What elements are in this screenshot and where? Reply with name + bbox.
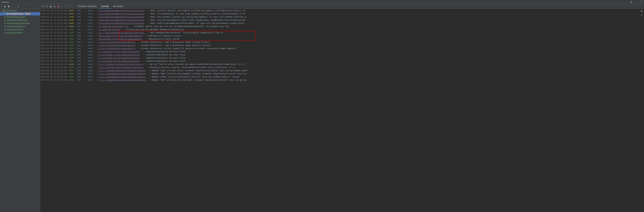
debug-button[interactable]: ◉ [49,5,52,8]
more-options-button[interactable]: ⋯ [70,5,74,8]
clear-icon[interactable]: 🗑 [640,14,643,17]
log-thread-name: main [88,22,96,25]
log-thread-name: main [88,34,96,38]
log-line: 2024-09-25 11:16:05.166INFO259---[main]i… [40,28,644,31]
log-thread: 259 [77,47,82,50]
log-logger: c.c.c.v.BladeRequestMappingHandlerMappin… [98,79,146,82]
pause-button[interactable]: ⏸ [53,5,56,8]
log-thread: 259 [77,9,82,12]
log-logger: c.c.c.v.BladeRequestMappingHandlerMappin… [98,69,146,72]
sidebar-item-gateway-application[interactable]: ▶ GateWayApplication [0,16,40,19]
log-line: 2024-09-25 11:16:04.970WARN259---[main]t… [40,12,644,16]
tab-threads-variables[interactable]: Threads & Variables [76,5,99,9]
app-icon: ▶ [4,26,6,28]
log-timestamp: 2024-09-25 11:16:04.993 [41,19,68,22]
log-separator: --- [83,16,86,19]
external-icon[interactable]: ↗ [640,1,642,4]
close-button[interactable]: ✕ [16,5,20,8]
rerun-button[interactable]: ↩ [63,5,66,8]
log-separator: --- [83,47,86,50]
log-message: : component[abizRule] has been found [144,50,185,53]
log-line: 2024-09-25 11:16:04.995WARN259---[main]t… [40,22,644,25]
log-logger: trationDelegate$BeanPostProcessorChecker [98,9,144,12]
log-level: INFO [69,47,76,50]
down-button[interactable]: ↓ [14,5,16,8]
log-timestamp: 2024-09-25 11:16:05.912 [41,63,68,66]
sidebar-item-sharding[interactable]: ▶ ShardingApplication [0,25,40,28]
log-thread-name: main [88,44,96,47]
log-logger: c.y.liteflow.spring.ComponentScanner [98,50,140,53]
log-message: : Mapped "{POST [/notice/upload/put-obje… [149,75,240,79]
log-message: : Mapped "{GET [/v3/api-docs/swagger-con… [149,72,246,75]
sidebar-item-xxljob[interactable]: ▶ XxlJobApplication [0,28,40,31]
log-thread-name: main [88,53,96,56]
settings-icon[interactable]: ⚙ [630,1,633,4]
log-separator: --- [83,75,86,79]
log-separator: --- [83,25,86,28]
add-button[interactable]: + [1,5,3,8]
log-timestamp: 2024-09-25 11:16:04.968 [41,9,68,12]
log-thread: 259 [77,19,82,22]
more-icon[interactable]: ⋯ [634,1,638,4]
log-thread: 259 [77,53,82,56]
log-timestamp: 2024-09-25 11:16:05.787 [41,50,68,53]
log-timestamp: 2024-09-25 11:16:05.793 [41,60,68,63]
log-separator: --- [83,34,86,38]
log-separator: --- [83,50,86,53]
log-separator: --- [83,56,86,60]
log-logger: w.s.c.ServletWebServerApplicationContext [98,31,144,34]
log-logger: c.b.d.d.DynamicRoutingDataSource [98,41,135,44]
up-button[interactable]: ↑ [11,5,13,8]
tab-console[interactable]: Console [99,5,111,9]
log-message: : Bean 'com.yomahub.liteflow.spi.spring.… [148,16,246,19]
log-level: WARN [69,22,76,25]
log-logger: c.a.c.sentinel.SentinelWebMvcConfigurer [98,66,143,69]
log-separator: --- [83,19,86,22]
log-logger: c.y.liteflow.spring.ComponentScanner [98,53,140,56]
log-thread: 259 [77,16,82,19]
log-thread: 259 [77,28,82,31]
log-level: WARN [69,25,76,28]
log-message: : Mapped "{GET [/v3/api-docs], produces … [149,69,248,72]
sidebar-item-apollo[interactable]: ▶ ApolloApplication [0,31,40,34]
log-line: 2024-09-25 11:16:06.322INFO259---[main]c… [40,72,644,75]
app-icon: ▶ [4,32,6,34]
log-timestamp: 2024-09-25 11:16:06.264 [41,66,68,69]
log-message: : component[cbizRule] has been found [144,56,185,60]
stop-button[interactable]: ⏹ [7,5,10,8]
stop-button[interactable]: ⏹ [57,5,60,8]
log-logger: com.alibaba.druid.pool.DruidDataSource [98,38,142,41]
log-message: : Root WebApplicationContext: initializa… [148,31,223,34]
log-thread-name: main [88,12,96,16]
separator: | [61,6,62,8]
log-line: 2024-09-25 11:16:05.433INFO259---[main]c… [40,38,644,41]
sidebar-item-spring-boot[interactable]: ▼ 🍃 Spring Boot [0,9,40,12]
log-timestamp: 2024-09-25 11:16:05.166 [41,28,68,31]
restart-button[interactable]: ↺ [42,5,45,8]
app-icon: ▶ [4,16,6,18]
title-bar: Services ⚙ ⋯ ↗ [0,0,644,5]
chevron-down-icon: ▼ [1,10,2,12]
restart2-button[interactable]: ↻ [45,5,48,8]
sidebar-item-demo-application[interactable]: ▶ DemoApplication :8200/ [0,12,40,16]
log-level: WARN [69,12,76,16]
log-thread: 259 [77,44,82,47]
running-indicator-icon: ▶ [4,13,6,15]
log-separator: --- [83,72,86,75]
log-thread-name: main [88,72,96,75]
log-separator: --- [83,38,86,41]
log-area[interactable]: 2024-09-25 11:16:04.968WARN259---[main]t… [40,9,644,212]
log-timestamp: 2024-09-25 11:16:05.433 [41,38,68,41]
run-button[interactable]: ▶ [4,5,7,8]
settings-right-icon[interactable]: ⚙ [640,10,643,13]
sidebar-item-seata-storage[interactable]: ▶ SeataStorageApplication [0,22,40,25]
log-thread-name: main [88,50,96,53]
log-thread: 259 [77,72,82,75]
log-timestamp: 2024-09-25 11:16:04.995 [41,22,68,25]
edit-button[interactable]: ✎ [67,5,70,8]
log-thread: 259 [77,25,82,28]
log-thread-name: main [88,41,96,44]
tab-actuator[interactable]: Actuator [111,5,126,9]
sidebar-item-seata-order[interactable]: ▶ SeataOrderApplication [0,19,40,22]
log-thread: 259 [77,34,82,38]
